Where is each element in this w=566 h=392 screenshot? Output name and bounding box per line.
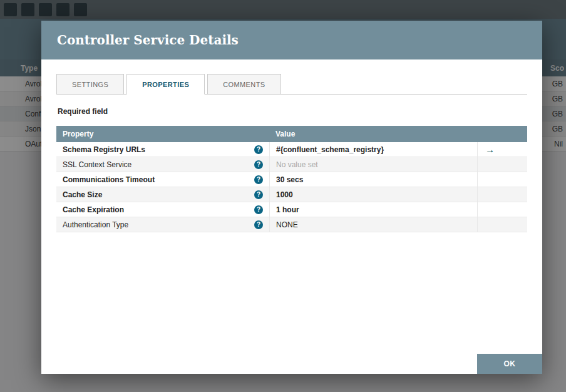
help-icon[interactable]: ? (254, 145, 263, 154)
column-header-property: Property (63, 130, 93, 138)
property-row: Authentication Type ? NONE → (56, 217, 527, 232)
property-value: #{confluent_schema_registry} (276, 145, 384, 154)
property-row: SSL Context Service ? No value set → (56, 157, 527, 172)
property-row: Cache Expiration ? 1 hour → (56, 202, 527, 217)
help-icon[interactable]: ? (254, 205, 263, 214)
dialog-header: Controller Service Details (41, 21, 542, 59)
controller-service-details-dialog: Controller Service Details SETTINGS PROP… (41, 21, 542, 374)
tab-settings[interactable]: SETTINGS (56, 74, 124, 95)
tab-properties[interactable]: PROPERTIES (126, 74, 205, 95)
property-value: NONE (276, 220, 298, 229)
help-icon[interactable]: ? (254, 190, 263, 199)
help-icon[interactable]: ? (254, 220, 263, 229)
property-value: 1 hour (276, 205, 299, 214)
tab-label: SETTINGS (72, 81, 108, 88)
property-name: Authentication Type (63, 220, 128, 229)
property-row: Communications Timeout ? 30 secs → (56, 172, 527, 187)
tab-label: PROPERTIES (142, 81, 189, 88)
dialog-tabs: SETTINGS PROPERTIES COMMENTS (56, 73, 527, 95)
dialog-title: Controller Service Details (57, 33, 239, 48)
required-field-label: Required field (58, 107, 527, 116)
column-header-value: Value (275, 130, 295, 138)
property-name: SSL Context Service (63, 160, 131, 169)
property-row: Cache Size ? 1000 → (56, 187, 527, 202)
property-name: Cache Size (63, 190, 102, 199)
tab-comments[interactable]: COMMENTS (207, 74, 280, 95)
tab-label: COMMENTS (223, 81, 265, 88)
properties-table: Property Value Schema Registry URLs ? #{… (56, 126, 527, 232)
properties-table-header: Property Value (56, 126, 527, 142)
help-icon[interactable]: ? (254, 175, 263, 184)
help-icon[interactable]: ? (254, 160, 263, 169)
property-value: 1000 (276, 190, 293, 199)
property-value: No value set (276, 160, 318, 169)
dialog-body: SETTINGS PROPERTIES COMMENTS Required fi… (41, 59, 542, 374)
goto-service-icon[interactable]: → (485, 145, 495, 154)
property-value: 30 secs (276, 175, 303, 184)
ok-button[interactable]: OK (477, 354, 542, 374)
property-name: Communications Timeout (63, 175, 155, 184)
property-name: Schema Registry URLs (63, 145, 145, 154)
property-name: Cache Expiration (63, 205, 124, 214)
property-row: Schema Registry URLs ? #{confluent_schem… (56, 142, 527, 157)
properties-table-body: Schema Registry URLs ? #{confluent_schem… (56, 142, 527, 232)
